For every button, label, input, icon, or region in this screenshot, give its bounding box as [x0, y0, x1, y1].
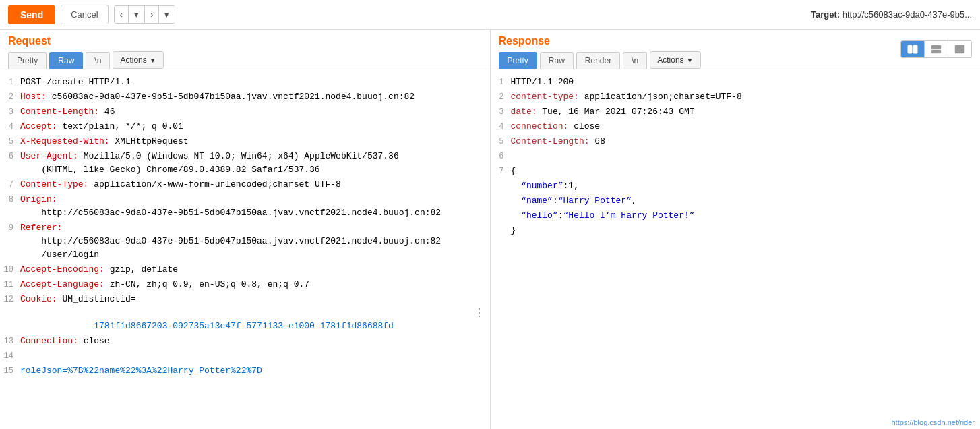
table-row: 4 Accept: text/plain, */*; q=0.01	[0, 119, 490, 134]
chevron-down-icon: ▼	[150, 57, 156, 64]
table-row: 14	[0, 349, 490, 364]
tab-response-raw[interactable]: Raw	[540, 52, 574, 69]
send-button[interactable]: Send	[8, 5, 55, 24]
view-split-button[interactable]	[901, 41, 925, 57]
cancel-button[interactable]: Cancel	[61, 5, 108, 24]
table-row: “name”:“Harry_Potter”,	[491, 194, 981, 208]
table-row: 5 X-Requested-With: XMLHttpRequest	[0, 134, 490, 149]
svg-rect-2	[931, 45, 941, 49]
table-row: 8 Origin: http://c56083ac-9da0-437e-9b51…	[0, 192, 490, 221]
request-tab-bar: Pretty Raw \n Actions ▼	[8, 51, 482, 69]
nav-group: ‹ ▾ › ▾	[114, 5, 176, 24]
table-row: 12 Cookie: UM_distinctid= 1781f1d8667203…	[0, 292, 490, 334]
nav-back-button[interactable]: ‹	[115, 6, 129, 23]
tab-response-pretty[interactable]: Pretty	[499, 52, 537, 69]
nav-fwd-down-button[interactable]: ▾	[159, 6, 175, 23]
table-row: 6	[491, 149, 981, 164]
table-row: 1 POST /create HTTP/1.1	[0, 75, 490, 90]
context-menu-dots[interactable]: ⋮	[474, 306, 485, 320]
tab-response-actions[interactable]: Actions ▼	[650, 51, 700, 69]
view-single-button[interactable]	[948, 41, 971, 57]
actions-label: Actions	[657, 55, 683, 65]
table-row: 3 Content-Length: 46	[0, 105, 490, 119]
tab-request-pretty[interactable]: Pretty	[8, 52, 47, 69]
svg-rect-1	[913, 45, 917, 53]
tab-request-newline[interactable]: \n	[86, 52, 110, 69]
table-row: 3 date: Tue, 16 Mar 2021 07:26:43 GMT	[491, 105, 981, 119]
tab-response-render[interactable]: Render	[576, 52, 620, 69]
nav-back-down-button[interactable]: ▾	[129, 6, 145, 23]
table-row: 7 {	[491, 164, 981, 179]
view-horizontal-button[interactable]	[925, 41, 948, 57]
nav-fwd-button[interactable]: ›	[145, 6, 159, 23]
main-content: Request Pretty Raw \n Actions ▼ 1 POST /…	[0, 30, 980, 429]
table-row: 7 Content-Type: application/x-www-form-u…	[0, 177, 490, 192]
table-row: 9 Referer: http://c56083ac-9da0-437e-9b5…	[0, 221, 490, 262]
table-row: 15 roleJson=%7B%22name%22%3A%22Harry_Pot…	[0, 364, 490, 378]
table-row: 13 Connection: close	[0, 334, 490, 349]
bottom-link-url[interactable]: https://blog.csdn.net/rider	[891, 418, 975, 426]
svg-rect-4	[955, 45, 964, 53]
bottom-link: https://blog.csdn.net/rider	[891, 418, 975, 426]
table-row: “number”:1,	[491, 179, 981, 194]
tab-request-actions[interactable]: Actions ▼	[113, 51, 163, 69]
table-row: 5 Content-Length: 68	[491, 134, 981, 149]
tab-response-newline[interactable]: \n	[623, 52, 647, 69]
request-panel-title: Request	[8, 35, 482, 47]
table-row: 11 Accept-Language: zh-CN, zh;q=0.9, en-…	[0, 277, 490, 292]
table-row: “hello”:“Hello I’m Harry_Potter!”	[491, 208, 981, 223]
request-code-area[interactable]: 1 POST /create HTTP/1.1 2 Host: c56083ac…	[0, 69, 490, 429]
table-row: 4 connection: close	[491, 119, 981, 134]
actions-label: Actions	[120, 55, 146, 65]
response-code-area[interactable]: 1 HTTP/1.1 200 2 content-type: applicati…	[491, 69, 981, 429]
request-panel-header: Request Pretty Raw \n Actions ▼	[0, 30, 490, 69]
table-row: }	[491, 223, 981, 238]
svg-rect-3	[931, 50, 941, 53]
svg-rect-0	[908, 45, 912, 53]
view-toggle	[900, 40, 972, 58]
table-row: 6 User-Agent: Mozilla/5.0 (Windows NT 10…	[0, 149, 490, 177]
table-row: 1 HTTP/1.1 200	[491, 75, 981, 90]
table-row: 10 Accept-Encoding: gzip, deflate	[0, 262, 490, 277]
table-row: 2 content-type: application/json;charset…	[491, 90, 981, 105]
toolbar: Send Cancel ‹ ▾ › ▾ Target: http://c5608…	[0, 0, 980, 30]
request-panel: Request Pretty Raw \n Actions ▼ 1 POST /…	[0, 30, 491, 429]
response-panel: Response Pretty Raw Render \n Actions ▼ …	[491, 30, 981, 429]
tab-request-raw[interactable]: Raw	[49, 52, 83, 69]
table-row: 2 Host: c56083ac-9da0-437e-9b51-5db047b1…	[0, 90, 490, 105]
target-url: Target: http://c56083ac-9da0-437e-9b5...	[811, 9, 972, 20]
chevron-down-icon: ▼	[687, 57, 694, 64]
